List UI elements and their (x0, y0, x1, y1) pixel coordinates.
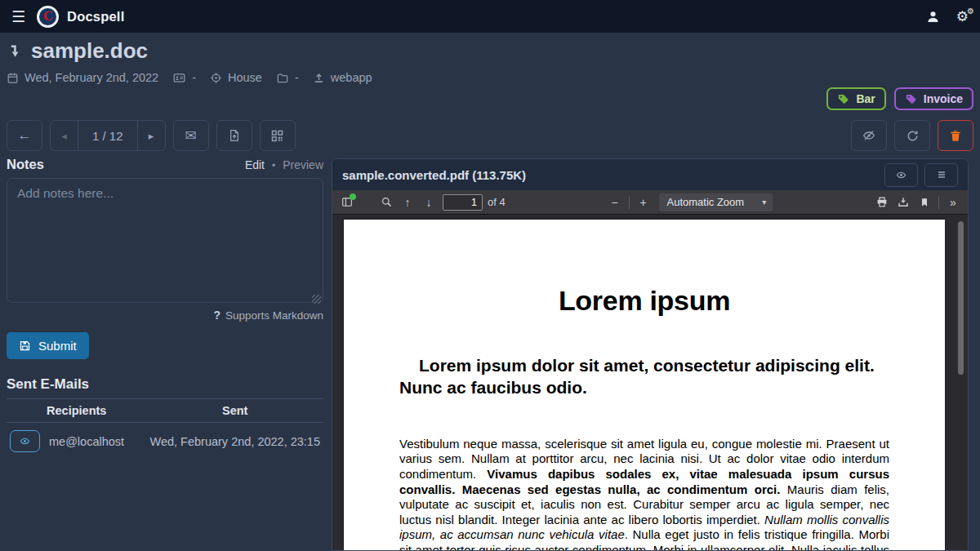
dot-separator: • (272, 160, 275, 171)
brand-name: Docspell (67, 9, 124, 24)
attachment-header: sample.converted.pdf (113.75K) (332, 159, 968, 190)
prev-icon: ◂ (61, 130, 67, 142)
reprocess-button[interactable] (894, 120, 930, 151)
docspell-app: ☰ C Docspell ⚙ ⚙ s (0, 0, 980, 551)
user-icon-glyph (926, 10, 940, 24)
settings-gears-icon[interactable]: ⚙ ⚙ (956, 8, 969, 25)
prev-item-button[interactable]: ◂ (51, 121, 78, 150)
upload-icon (313, 72, 325, 84)
sent-email-row: me@localhost Wed, February 2nd, 2022, 23… (7, 423, 323, 458)
pdf-viewer-area: Lorem ipsum Lorem ipsum dolor sit amet, … (332, 215, 968, 550)
send-mail-button[interactable]: ✉ (173, 120, 209, 151)
notification-dot (350, 193, 356, 200)
pdf-document-title: Lorem ipsum (399, 285, 889, 317)
page-up-button[interactable]: ↑ (397, 193, 418, 212)
qr-code-button[interactable] (260, 120, 296, 151)
markdown-help-icon[interactable]: ? (213, 309, 220, 322)
column-sent: Sent (146, 399, 323, 423)
search-icon (381, 196, 393, 208)
attachment-view-button[interactable] (884, 163, 918, 187)
eye-slash-icon (862, 129, 876, 142)
back-arrow-icon: ← (18, 127, 32, 144)
textarea-resize-handle[interactable] (312, 295, 321, 304)
download-button[interactable] (893, 193, 914, 212)
notes-input[interactable] (7, 178, 323, 303)
find-button[interactable] (376, 193, 397, 212)
sidebar-toggle-button[interactable] (336, 193, 358, 212)
view-email-button[interactable] (10, 430, 40, 452)
item-toolbar: ← ◂ 1 / 12 ▸ ✉ (7, 120, 973, 151)
qr-code-icon (270, 129, 284, 143)
eye-icon (19, 436, 31, 447)
tag-icon (837, 93, 849, 105)
meta-folder: - (276, 71, 299, 84)
notes-heading: Notes (7, 157, 44, 172)
tag-invoice[interactable]: Invoice (894, 87, 973, 110)
hamburger-menu-icon[interactable]: ☰ (11, 9, 25, 24)
tag-label: Invoice (924, 92, 963, 105)
attachment-filename: sample.converted.pdf (113.75K) (342, 168, 526, 182)
delete-button[interactable] (938, 120, 973, 151)
next-icon: ▸ (149, 130, 154, 142)
zoom-in-button[interactable]: + (633, 193, 654, 212)
notes-sidebar: Notes Edit • Preview ?Supports Markdown … (7, 157, 323, 457)
column-recipients: Recipients (7, 399, 146, 423)
file-upload-icon (228, 128, 241, 143)
print-button[interactable] (871, 193, 893, 212)
page-number-input[interactable] (443, 194, 483, 211)
add-files-button[interactable] (216, 120, 252, 151)
attachment-menu-button[interactable] (924, 163, 958, 187)
toolbar-left-group: ← ◂ 1 / 12 ▸ ✉ (7, 120, 296, 151)
notes-preview-link[interactable]: Preview (283, 158, 323, 171)
email-recipient: me@localhost (49, 435, 124, 448)
refresh-icon (906, 129, 920, 143)
meta-concerning: House (210, 71, 262, 84)
sent-emails-table: Recipients Sent me (7, 398, 323, 457)
page-down-button[interactable]: ↓ (418, 193, 439, 212)
save-icon (19, 340, 31, 352)
calendar-icon (7, 72, 19, 84)
folder-icon (276, 72, 289, 84)
zoom-level-select[interactable]: Automatic Zoom ▾ (659, 193, 773, 211)
markdown-hint: ?Supports Markdown (7, 309, 323, 322)
bookmark-button[interactable] (914, 193, 935, 212)
download-icon (897, 196, 910, 208)
markdown-hint-text[interactable]: Supports Markdown (225, 309, 323, 322)
pdf-document-heading: Lorem ipsum dolor sit amet, consectetur … (399, 355, 889, 399)
document-meta-row: Wed, February 2nd, 2022 - (7, 71, 372, 84)
meta-concerning-text: House (228, 71, 262, 84)
user-icon[interactable] (926, 10, 940, 24)
pdf-scrollbar-thumb[interactable] (958, 221, 964, 375)
tools-expand-button[interactable]: » (942, 193, 964, 212)
zoom-level-value: Automatic Zoom (667, 196, 745, 208)
tags-row: Bar Invoice (826, 87, 973, 110)
toolbar-right-group (851, 120, 973, 151)
eye-icon (895, 170, 907, 180)
download-arrow-icon (7, 42, 23, 60)
zoom-out-button[interactable]: − (604, 193, 626, 212)
brand-link[interactable]: C Docspell (37, 6, 124, 28)
meta-source: webapp (313, 71, 372, 84)
meta-folder-text: - (295, 71, 299, 84)
pdf-page: Lorem ipsum Lorem ipsum dolor sit amet, … (344, 220, 945, 550)
menu-bars-icon (936, 170, 947, 180)
notes-edit-link[interactable]: Edit (245, 158, 265, 171)
back-button[interactable]: ← (7, 120, 42, 151)
envelope-icon: ✉ (185, 127, 196, 144)
trash-icon (949, 129, 962, 143)
tag-bar[interactable]: Bar (826, 87, 885, 110)
unconfirm-button[interactable] (851, 120, 887, 151)
pdf-paragraph: Vestibulum neque massa, scelerisque sit … (399, 437, 889, 550)
tag-icon (905, 93, 917, 105)
submit-notes-button[interactable]: Submit (7, 332, 89, 359)
chevron-down-icon: ▾ (762, 198, 766, 207)
page-title: sample.doc (7, 38, 372, 64)
meta-correspondent: - (172, 71, 196, 84)
meta-date-text: Wed, February 2nd, 2022 (24, 71, 158, 84)
docspell-logo: C (37, 6, 59, 28)
address-card-icon (172, 72, 186, 84)
next-item-button[interactable]: ▸ (137, 121, 165, 150)
email-sent-date: Wed, February 2nd, 2022, 23:15 (146, 423, 323, 458)
pagination-control: ◂ 1 / 12 ▸ (50, 120, 166, 151)
bookmark-icon (920, 197, 929, 208)
